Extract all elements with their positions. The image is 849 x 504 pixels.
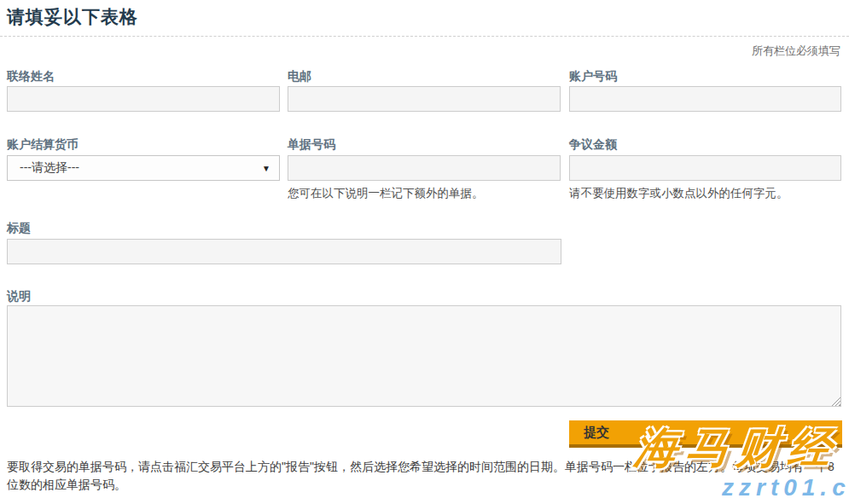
account-currency-label: 账户结算货币 <box>7 137 280 153</box>
submit-button[interactable]: 提交 <box>569 420 842 448</box>
page-title: 请填妥以下表格 <box>7 5 138 29</box>
account-number-input[interactable] <box>569 86 841 112</box>
dispute-amount-label: 争议金额 <box>569 137 841 153</box>
chevron-down-icon: ▼ <box>262 164 270 173</box>
email-input[interactable] <box>288 86 561 112</box>
dispute-amount-input[interactable] <box>569 155 841 181</box>
ticket-number-hint: 您可在以下说明一栏记下额外的单据。 <box>288 186 561 201</box>
form-page: 请填妥以下表格 所有栏位必须填写 联络姓名 电邮 账户号码 账户结算货币 单据号… <box>0 0 849 504</box>
contact-name-label: 联络姓名 <box>7 69 280 84</box>
ticket-number-label: 单据号码 <box>288 137 561 153</box>
subject-label: 标题 <box>7 221 280 236</box>
account-currency-selected-value: ---请选择--- <box>20 160 79 176</box>
subject-input[interactable] <box>7 239 561 264</box>
title-divider <box>0 36 849 37</box>
required-fields-note: 所有栏位必须填写 <box>752 43 840 59</box>
email-label: 电邮 <box>288 69 561 84</box>
account-number-label: 账户号码 <box>569 69 841 84</box>
description-label: 说明 <box>7 289 280 304</box>
description-textarea[interactable] <box>7 305 841 407</box>
contact-name-input[interactable] <box>7 86 280 112</box>
ticket-number-input[interactable] <box>288 155 561 181</box>
footer-instructions: 要取得交易的单据号码，请点击福汇交易平台上方的"报告"按钮，然后选择您希望选择的… <box>7 458 841 494</box>
account-currency-select[interactable]: ---请选择--- ▼ <box>7 155 280 181</box>
dispute-amount-hint: 请不要使用数字或小数点以外的任何字元。 <box>569 186 841 201</box>
